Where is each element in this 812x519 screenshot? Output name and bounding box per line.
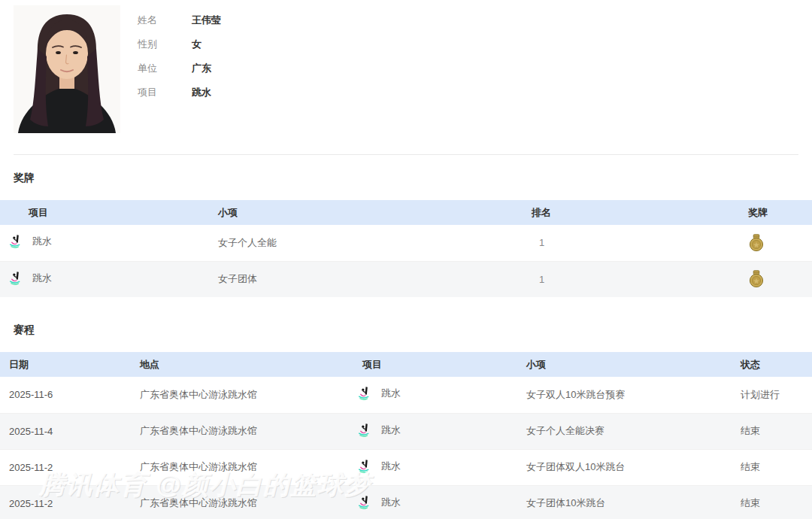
medal-row-rank: 1 — [532, 225, 748, 261]
schedule-column-header-sport: 项目 — [346, 352, 526, 377]
schedule-table: 日期 地点 项目 小项 状态 2025-11-6 广东省奥体中心游泳跳水馆 — [0, 352, 812, 519]
medals-table: 项目 小项 排名 奖牌 — [0, 200, 812, 297]
schedule-row-date: 2025-11-4 — [0, 413, 140, 449]
diving-icon — [358, 423, 373, 438]
schedule-row-date: 2025-11-2 — [0, 449, 140, 485]
schedule-row-status: 结束 — [741, 485, 812, 519]
diving-icon — [9, 271, 24, 286]
schedule-row-sport: 跳水 — [381, 460, 401, 473]
profile-field-row: 单位 广东 — [138, 56, 221, 80]
schedule-row-sport: 跳水 — [381, 387, 401, 400]
medals-section: 奖牌 项目 小项 排名 奖牌 — [0, 171, 812, 297]
schedule-row: 2025-11-4 广东省奥体中心游泳跳水馆 — [0, 413, 812, 449]
schedule-row: 2025-11-2 广东省奥体中心游泳跳水馆 — [0, 485, 812, 519]
section-divider — [14, 154, 798, 155]
medals-column-header-rank: 排名 — [532, 200, 748, 225]
gold-medal-icon — [748, 234, 812, 252]
medals-section-title: 奖牌 — [14, 171, 812, 185]
schedule-row-date: 2025-11-6 — [0, 377, 140, 413]
schedule-row-status: 结束 — [741, 449, 812, 485]
medal-row-sport: 跳水 — [32, 235, 52, 248]
athlete-photo — [14, 5, 120, 133]
athlete-profile-page: 姓名 王伟莹 性别 女 单位 广东 项目 跳水 — [0, 0, 812, 519]
schedule-row: 2025-11-6 广东省奥体中心游泳跳水馆 — [0, 377, 812, 413]
diving-icon — [358, 459, 373, 474]
diving-icon — [9, 234, 24, 249]
schedule-row-status: 结束 — [741, 413, 812, 449]
profile-field-value: 广东 — [192, 62, 211, 75]
medals-column-header-medal: 奖牌 — [748, 200, 812, 225]
schedule-row-event: 女子团体双人10米跳台 — [526, 449, 741, 485]
schedule-row-event: 女子个人全能决赛 — [526, 413, 741, 449]
profile-section: 姓名 王伟莹 性别 女 单位 广东 项目 跳水 — [0, 0, 812, 133]
medal-row: 跳水 女子团体 1 — [0, 261, 812, 297]
profile-field-label: 项目 — [138, 86, 192, 99]
medals-header-row: 项目 小项 排名 奖牌 — [0, 200, 812, 225]
schedule-column-header-status: 状态 — [741, 352, 812, 377]
profile-field-row: 项目 跳水 — [138, 80, 221, 105]
schedule-row-status: 计划进行 — [741, 377, 812, 413]
medal-row: 跳水 女子个人全能 1 — [0, 225, 812, 261]
schedule-row-venue: 广东省奥体中心游泳跳水馆 — [140, 377, 346, 413]
medals-column-header-event: 小项 — [218, 200, 532, 225]
profile-field-value: 女 — [192, 38, 201, 51]
schedule-column-header-date: 日期 — [0, 352, 140, 377]
schedule-row: 2025-11-2 广东省奥体中心游泳跳水馆 — [0, 449, 812, 485]
schedule-row-venue: 广东省奥体中心游泳跳水馆 — [140, 485, 346, 519]
schedule-row-sport: 跳水 — [381, 496, 401, 509]
schedule-column-header-venue: 地点 — [140, 352, 346, 377]
schedule-row-venue: 广东省奥体中心游泳跳水馆 — [140, 449, 346, 485]
profile-field-label: 姓名 — [138, 14, 192, 27]
schedule-row-event: 女子团体10米跳台 — [526, 485, 741, 519]
profile-field-row: 姓名 王伟莹 — [138, 8, 221, 32]
medal-row-event: 女子团体 — [218, 261, 532, 297]
medals-column-header-sport: 项目 — [0, 200, 218, 225]
schedule-section-title: 赛程 — [14, 323, 812, 337]
gold-medal-icon — [748, 270, 812, 288]
medal-row-sport: 跳水 — [32, 272, 52, 285]
profile-field-value: 跳水 — [192, 86, 211, 99]
schedule-row-event: 女子双人10米跳台预赛 — [526, 377, 741, 413]
profile-field-label: 单位 — [138, 62, 192, 75]
profile-field-label: 性别 — [138, 38, 192, 51]
athlete-portrait-image — [14, 5, 120, 133]
profile-field-value: 王伟莹 — [192, 14, 221, 27]
medal-row-rank: 1 — [532, 261, 748, 297]
medal-row-event: 女子个人全能 — [218, 225, 532, 261]
schedule-section: 赛程 日期 地点 项目 小项 状态 2025-11-6 广东省奥体中心游泳跳水馆 — [0, 323, 812, 519]
schedule-column-header-event: 小项 — [526, 352, 741, 377]
schedule-row-date: 2025-11-2 — [0, 485, 140, 519]
diving-icon — [358, 495, 373, 510]
schedule-row-sport: 跳水 — [381, 423, 401, 437]
diving-icon — [358, 386, 373, 401]
schedule-header-row: 日期 地点 项目 小项 状态 — [0, 352, 812, 377]
schedule-row-venue: 广东省奥体中心游泳跳水馆 — [140, 413, 346, 449]
profile-field-row: 性别 女 — [138, 32, 221, 56]
profile-info-list: 姓名 王伟莹 性别 女 单位 广东 项目 跳水 — [138, 5, 221, 133]
